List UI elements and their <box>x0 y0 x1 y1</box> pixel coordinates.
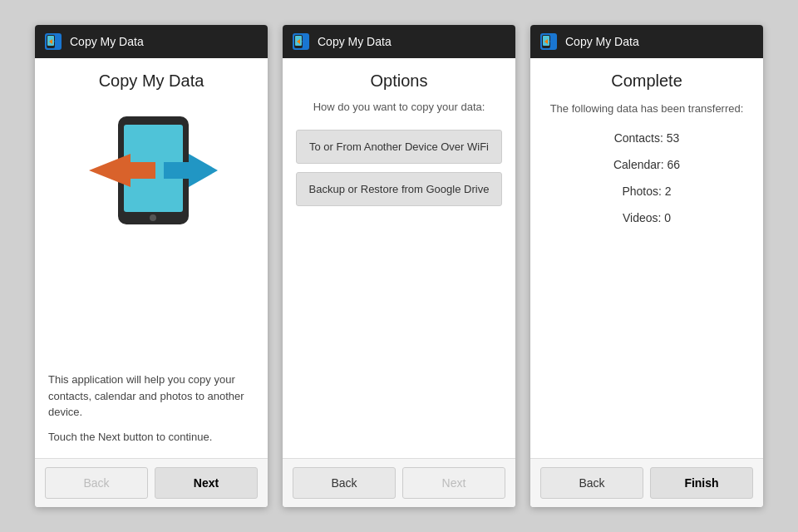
panel2-footer: Back Next <box>283 458 515 507</box>
photos-row: Photos: 2 <box>544 185 750 198</box>
app-icon-3 <box>539 32 559 52</box>
calendar-row: Calendar: 66 <box>544 158 750 171</box>
titlebar-title-3: Copy My Data <box>565 35 639 48</box>
titlebar-title-1: Copy My Data <box>70 35 144 48</box>
option-gdrive-button[interactable]: Backup or Restore from Google Drive <box>296 172 502 206</box>
app-icon-2 <box>291 32 311 52</box>
titlebar-2: Copy My Data <box>283 25 515 58</box>
phone-illustration <box>48 104 254 237</box>
svg-point-9 <box>150 214 156 221</box>
panel-1: Copy My Data Copy My Data This applicati… <box>35 25 268 507</box>
panel2-next-button[interactable]: Next <box>402 467 505 499</box>
panel1-heading: Copy My Data <box>48 71 254 91</box>
titlebar-3: Copy My Data <box>530 25 763 58</box>
panel1-desc: This application will help you copy your… <box>48 372 254 445</box>
panel3-back-button[interactable]: Back <box>540 467 643 499</box>
option-wifi-button[interactable]: To or From Another Device Over WiFi <box>296 130 502 164</box>
panel1-footer: Back Next <box>35 458 268 507</box>
panel2-back-button[interactable]: Back <box>293 467 396 499</box>
videos-row: Videos: 0 <box>544 211 750 224</box>
panel-3: Copy My Data Complete The following data… <box>530 25 763 507</box>
illustration-svg <box>81 108 222 233</box>
app-icon-1 <box>43 32 63 52</box>
complete-heading: Complete <box>544 71 750 91</box>
panel2-content: Options How do you want to copy your dat… <box>283 58 515 458</box>
options-subtitle: How do you want to copy your data: <box>296 101 502 113</box>
titlebar-1: Copy My Data <box>35 25 268 58</box>
panel1-content: Copy My Data This application will help … <box>35 58 268 458</box>
options-heading: Options <box>296 71 502 91</box>
panel1-back-button[interactable]: Back <box>45 467 148 499</box>
panel-2: Copy My Data Options How do you want to … <box>283 25 515 507</box>
titlebar-title-2: Copy My Data <box>318 35 392 48</box>
panel3-content: Complete The following data has been tra… <box>530 58 763 458</box>
panel1-next-button[interactable]: Next <box>155 467 258 499</box>
contacts-row: Contacts: 53 <box>544 131 750 145</box>
panel3-finish-button[interactable]: Finish <box>650 467 753 499</box>
complete-subtitle: The following data has been transferred: <box>544 102 750 115</box>
panel3-footer: Back Finish <box>530 458 763 507</box>
